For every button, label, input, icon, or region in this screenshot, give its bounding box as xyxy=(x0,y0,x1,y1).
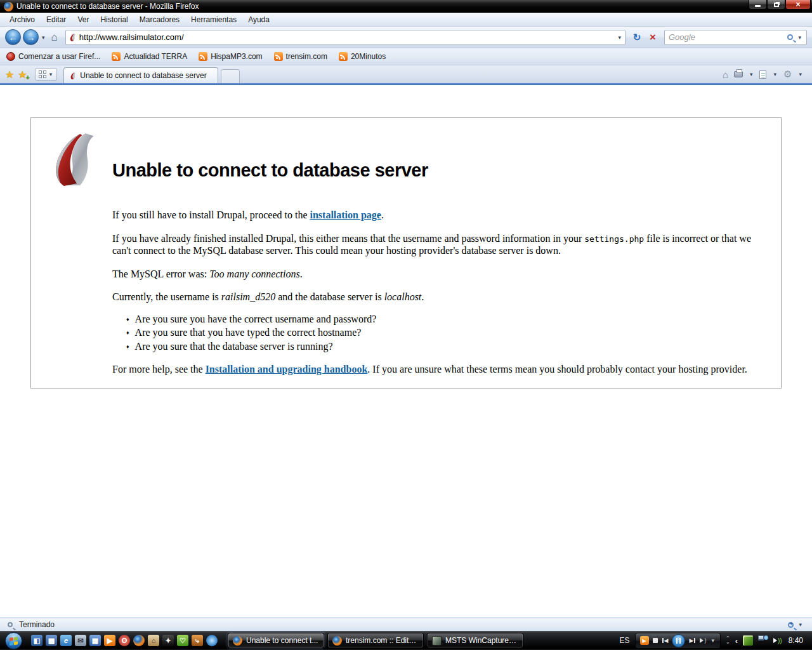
paragraph-settings: If you have already finished installed D… xyxy=(112,232,769,257)
db-username: railsim_d520 xyxy=(221,291,275,302)
page-options-icon[interactable] xyxy=(759,70,766,79)
menu-editar[interactable]: Editar xyxy=(41,13,72,26)
network-icon[interactable] xyxy=(758,635,768,646)
handbook-link[interactable]: Installation and upgrading handbook xyxy=(206,364,368,375)
taskbar-task-wincapture[interactable]: MSTS WinCapture - ... xyxy=(427,633,523,648)
status-text: Terminado xyxy=(19,620,55,629)
bookmark-actualidad-terra[interactable]: Actualidad TERRA xyxy=(112,52,187,61)
taskbar-clock[interactable]: 8:40 xyxy=(789,636,803,645)
language-indicator[interactable]: ES xyxy=(620,636,630,645)
show-desktop-icon[interactable]: ◧ xyxy=(31,635,43,646)
search-placeholder[interactable]: Google xyxy=(669,32,787,42)
paragraph-more-help: For more help, see the Installation and … xyxy=(112,363,769,376)
start-button[interactable] xyxy=(5,632,22,649)
rss-feed-icon xyxy=(274,52,283,61)
installation-page-link[interactable]: installation page xyxy=(310,209,381,220)
home-toolbar-icon[interactable]: ⌂ xyxy=(723,69,728,80)
back-button[interactable]: ← xyxy=(5,29,21,45)
checklist-item: Are you sure you have the correct userna… xyxy=(126,313,769,326)
forward-button[interactable]: → xyxy=(23,29,39,45)
maximize-button[interactable] xyxy=(767,0,785,10)
taskbar-task-trensim[interactable]: trensim.com :: Edita... xyxy=(327,633,424,648)
bookmark-getting-started[interactable]: Comenzar a usar Firef... xyxy=(6,52,100,61)
url-bar[interactable]: http://www.railsimulator.com/ ▾ xyxy=(65,30,625,45)
zoom-dropdown-icon[interactable]: ▾ xyxy=(797,621,803,628)
tools-gear-icon[interactable]: ⚙ xyxy=(783,69,792,80)
menu-ver[interactable]: Ver xyxy=(72,13,95,26)
wincapture-icon xyxy=(432,636,442,646)
checklist-item: Are you sure that the database server is… xyxy=(126,340,769,353)
tab-bar: ★ ★+ ▾ Unable to connect to database ser… xyxy=(0,65,812,83)
url-dropdown-icon[interactable]: ▾ xyxy=(617,34,622,41)
menu-marcadores[interactable]: Marcadores xyxy=(134,13,185,26)
pause-button[interactable] xyxy=(672,634,685,647)
tray-app-icon[interactable] xyxy=(743,635,753,646)
firefox-icon xyxy=(332,636,342,646)
minimize-button[interactable] xyxy=(749,0,767,10)
checklist: Are you sure you have the correct userna… xyxy=(126,313,769,353)
hidden-icons-chevron[interactable]: ‹ xyxy=(735,636,738,646)
print-dropdown-icon[interactable]: ▾ xyxy=(749,71,754,77)
print-icon[interactable] xyxy=(734,71,743,77)
windows-media-player-icon[interactable]: ▶ xyxy=(104,635,115,646)
stop-button[interactable]: × xyxy=(646,30,660,44)
page-dropdown-icon[interactable]: ▾ xyxy=(772,71,778,77)
checklist-item: Are you sure that you have typed the cor… xyxy=(126,326,769,339)
bookmark-star-icon[interactable]: ★ xyxy=(5,69,14,81)
home-icon[interactable]: ⌂ xyxy=(48,31,61,44)
search-icon[interactable] xyxy=(787,34,793,40)
rss-feed-icon xyxy=(339,52,348,61)
trillian-icon[interactable]: ⤷ xyxy=(192,635,203,646)
previous-track-button[interactable]: ◀ xyxy=(662,637,669,644)
volume-tray-icon[interactable]: )) xyxy=(773,637,782,644)
mail-icon[interactable]: ✉ xyxy=(75,635,86,646)
tab-stub[interactable] xyxy=(221,69,240,83)
media-library-icon[interactable]: ▦ xyxy=(89,635,101,646)
menu-historial[interactable]: Historial xyxy=(95,13,133,26)
rss-feed-icon xyxy=(199,52,207,61)
status-bar: Terminado ▾ xyxy=(0,618,812,631)
tab-active[interactable]: Unable to connect to database server xyxy=(63,67,218,83)
menu-herramientas[interactable]: Herramientas xyxy=(185,13,242,26)
dark-app-icon[interactable]: ✦ xyxy=(162,635,174,646)
bookmark-20minutos[interactable]: 20Minutos xyxy=(339,52,386,61)
volume-button[interactable]: ) xyxy=(700,637,706,644)
volume-dropdown-icon[interactable]: ▾ xyxy=(710,637,716,644)
history-dropdown-icon[interactable]: ▾ xyxy=(41,34,46,41)
settings-php-code: settings.php xyxy=(584,234,644,244)
tools-dropdown-icon[interactable]: ▾ xyxy=(797,71,803,77)
add-bookmark-icon[interactable]: ★+ xyxy=(18,69,27,81)
messenger-icon[interactable]: ♡ xyxy=(177,635,188,646)
zoom-in-icon[interactable] xyxy=(788,622,794,628)
bookmark-trensim[interactable]: trensim.com xyxy=(274,52,327,61)
navigation-toolbar: ← → ▾ ⌂ http://www.railsimulator.com/ ▾ … xyxy=(0,27,812,48)
menu-archivo[interactable]: Archivo xyxy=(4,13,41,26)
search-engine-dropdown-icon[interactable]: ▾ xyxy=(797,34,802,41)
wmp-mini-player: ▶ ◀ ▶ ) ▾ xyxy=(635,633,721,649)
globe-browser-icon[interactable] xyxy=(206,635,218,646)
url-text[interactable]: http://www.railsimulator.com/ xyxy=(76,32,617,42)
deskband-chevrons-icon[interactable]: ⌃⌄ xyxy=(726,637,730,644)
stop-playback-button[interactable] xyxy=(653,638,658,643)
opera-icon[interactable]: O xyxy=(119,635,130,646)
window-title: Unable to connect to database server - M… xyxy=(16,2,199,11)
firefox-icon[interactable] xyxy=(133,635,145,646)
firefox-app-icon xyxy=(4,2,13,11)
status-search-icon xyxy=(8,622,13,627)
close-button[interactable]: × xyxy=(785,0,811,10)
bookmark-hispamp3[interactable]: HispaMP3.com xyxy=(199,52,262,61)
taskbar-task-firefox-error[interactable]: Unable to connect t... xyxy=(228,633,324,648)
db-host: localhost xyxy=(384,291,422,302)
title-bar: Unable to connect to database server - M… xyxy=(0,0,812,13)
internet-explorer-icon[interactable]: e xyxy=(60,635,72,646)
home-info-icon[interactable]: ⌂ xyxy=(148,635,159,646)
search-bar[interactable]: Google ▾ xyxy=(664,30,807,45)
next-track-button[interactable]: ▶ xyxy=(689,637,696,644)
tab-group-button[interactable]: ▾ xyxy=(35,68,58,81)
drupal-error-box: Unable to connect to database server If … xyxy=(30,117,782,388)
paragraph-mysql-error: The MySQL error was: Too many connection… xyxy=(112,268,769,281)
reload-button[interactable]: ↻ xyxy=(630,30,644,44)
remote-desktop-icon[interactable]: ▩ xyxy=(46,635,57,646)
menu-ayuda[interactable]: Ayuda xyxy=(242,13,275,26)
firefox-icon xyxy=(233,636,242,646)
